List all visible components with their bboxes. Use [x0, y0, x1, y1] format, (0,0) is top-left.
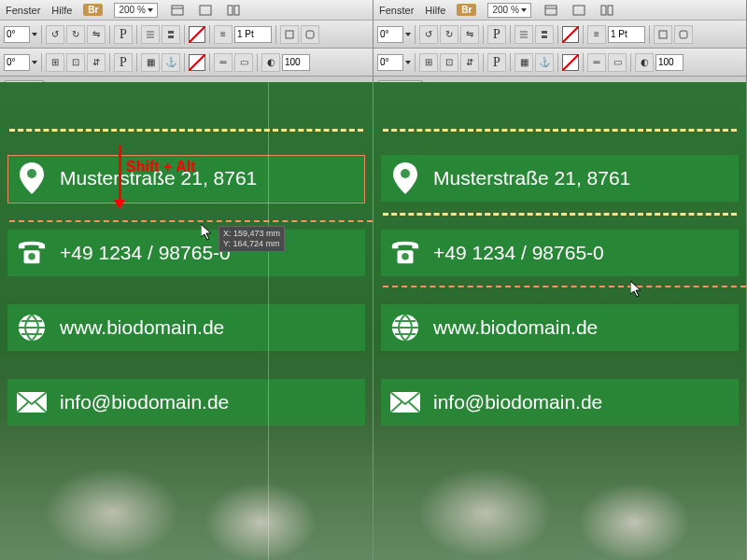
- flip-h-icon[interactable]: ⇋: [87, 25, 106, 44]
- svg-rect-0: [172, 6, 183, 15]
- fx-icon[interactable]: [654, 25, 672, 44]
- flip-h-icon[interactable]: ⇋: [460, 25, 479, 44]
- stroke-type-icon[interactable]: ═: [587, 53, 606, 72]
- zoom-select[interactable]: 200 %: [487, 3, 530, 18]
- stroke-align-icon[interactable]: ▭: [608, 53, 627, 72]
- angle-input-2[interactable]: [377, 54, 403, 71]
- phone-text: +49 1234 / 98765-0: [60, 242, 231, 264]
- anchor-icon[interactable]: ⚓: [162, 53, 180, 72]
- svg-line-29: [562, 26, 579, 43]
- tool-icon-2[interactable]: ⊡: [440, 53, 458, 72]
- svg-rect-3: [228, 6, 233, 15]
- stroke-weight-input[interactable]: [234, 26, 272, 43]
- menu-bar: Fenster Hilfe Br 200 %: [374, 0, 746, 21]
- tool-icon-1[interactable]: ⊞: [419, 53, 438, 72]
- stroke-swatch[interactable]: [562, 54, 579, 71]
- tool-icon-2[interactable]: ⊡: [66, 53, 85, 72]
- paragraph-icon-2[interactable]: P: [114, 53, 133, 72]
- screen-mode-icon[interactable]: [571, 2, 587, 19]
- stroke-weight-input[interactable]: [608, 26, 645, 43]
- opacity-input[interactable]: [282, 54, 310, 71]
- annotation-arrow: [119, 146, 121, 202]
- blend-icon[interactable]: ◐: [635, 53, 654, 72]
- angle-input-2[interactable]: [4, 54, 30, 71]
- mail-icon: [17, 387, 47, 417]
- phone-icon: [17, 238, 47, 268]
- mail-icon: [390, 387, 420, 417]
- stroke-style-icon[interactable]: ≡: [587, 25, 606, 44]
- zoom-value: 200 %: [492, 5, 518, 15]
- blend-icon[interactable]: ◐: [261, 53, 280, 72]
- distribute-icon[interactable]: [162, 25, 180, 44]
- screen-mode-icon[interactable]: [197, 2, 214, 19]
- bridge-button[interactable]: Br: [457, 4, 476, 16]
- globe-icon: [17, 313, 47, 343]
- address-bar: Musterstraße 21, 8761: [381, 155, 739, 202]
- rotate-cw-icon[interactable]: ↻: [440, 25, 458, 44]
- paragraph-icon-2[interactable]: P: [487, 53, 506, 72]
- flip-v-icon[interactable]: ⇵: [87, 53, 106, 72]
- svg-rect-19: [545, 6, 557, 15]
- stroke-swatch[interactable]: [189, 54, 205, 71]
- menu-help[interactable]: Hilfe: [425, 5, 445, 16]
- fx-icon[interactable]: [280, 25, 299, 44]
- toolbar-row-2: ⊞ ⊡ ⇵ P ▦ ⚓ ═ ▭ ◐: [374, 49, 746, 77]
- toolbar-row-1: ↺ ↻ ⇋ P ≡: [0, 21, 373, 49]
- stroke-align-icon[interactable]: ▭: [234, 53, 253, 72]
- arrange-icon[interactable]: [225, 2, 242, 19]
- corner-icon[interactable]: [301, 25, 319, 44]
- wrap-icon[interactable]: ▦: [141, 53, 160, 72]
- rotate-ccw-icon[interactable]: ↺: [46, 25, 64, 44]
- website-text: www.biodomain.de: [433, 316, 598, 339]
- email-text: info@biodomain.de: [60, 391, 229, 413]
- angle-input-1[interactable]: [377, 26, 403, 43]
- corner-icon[interactable]: [674, 25, 693, 44]
- distribute-icon[interactable]: [535, 25, 554, 44]
- paragraph-icon[interactable]: P: [114, 25, 133, 44]
- opacity-input[interactable]: [655, 54, 684, 71]
- menu-window[interactable]: Fenster: [6, 5, 40, 16]
- chevron-down-icon: [521, 8, 527, 12]
- fill-swatch[interactable]: [189, 26, 205, 43]
- menu-window[interactable]: Fenster: [379, 5, 414, 16]
- anchor-icon[interactable]: ⚓: [535, 53, 554, 72]
- flip-v-icon[interactable]: ⇵: [460, 53, 479, 72]
- cursor-icon: [201, 224, 214, 241]
- align-icon[interactable]: [141, 25, 160, 44]
- svg-rect-30: [659, 31, 667, 38]
- svg-line-10: [189, 26, 205, 43]
- wrap-icon[interactable]: ▦: [514, 53, 533, 72]
- bridge-button[interactable]: Br: [83, 4, 103, 16]
- right-pane: Fenster Hilfe Br 200 % ↺ ↻ ⇋ P ≡: [374, 0, 747, 560]
- website-bar: www.biodomain.de: [7, 304, 365, 351]
- svg-point-35: [402, 253, 409, 260]
- canvas-left[interactable]: Musterstraße 21, 8761 +49 1234 / 98765-0…: [0, 82, 373, 560]
- svg-rect-27: [542, 31, 547, 34]
- email-bar: info@biodomain.de: [381, 379, 739, 426]
- dashed-separator: [9, 129, 363, 132]
- fill-swatch[interactable]: [562, 26, 579, 43]
- website-bar: www.biodomain.de: [381, 304, 739, 351]
- canvas-right[interactable]: Musterstraße 21, 8761 +49 1234 / 98765-0…: [374, 82, 746, 560]
- svg-rect-12: [306, 31, 314, 38]
- svg-line-32: [562, 54, 579, 71]
- align-icon[interactable]: [514, 25, 533, 44]
- view-mode-icon[interactable]: [543, 2, 559, 19]
- tool-icon-1[interactable]: ⊞: [46, 53, 64, 72]
- stroke-type-icon[interactable]: ═: [214, 53, 233, 72]
- rotate-ccw-icon[interactable]: ↺: [419, 25, 438, 44]
- angle-input-1[interactable]: [4, 26, 30, 43]
- arrange-icon[interactable]: [599, 2, 615, 19]
- zoom-select[interactable]: 200 %: [114, 3, 157, 18]
- menu-help[interactable]: Hilfe: [51, 5, 72, 16]
- svg-rect-11: [286, 31, 293, 38]
- stroke-style-icon[interactable]: ≡: [214, 25, 233, 44]
- svg-line-13: [189, 54, 205, 71]
- svg-point-16: [28, 253, 35, 260]
- paragraph-icon[interactable]: P: [487, 25, 506, 44]
- rotate-cw-icon[interactable]: ↻: [66, 25, 85, 44]
- view-mode-icon[interactable]: [169, 2, 186, 19]
- svg-rect-4: [234, 6, 239, 15]
- svg-rect-31: [680, 31, 687, 38]
- chevron-down-icon: [405, 33, 411, 36]
